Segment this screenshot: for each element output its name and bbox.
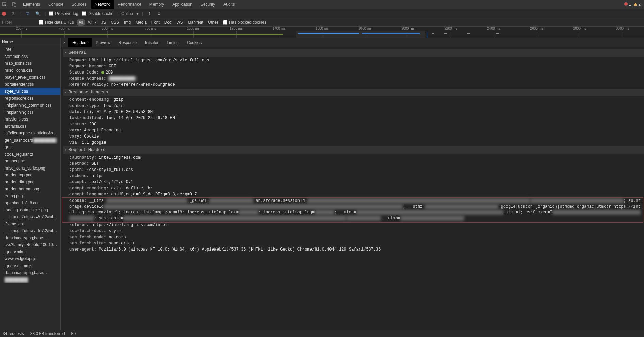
search-icon[interactable]: 🔍 [34,11,41,16]
request-row[interactable]: ga.js [0,144,60,151]
request-row[interactable]: coda_regular.ttf [0,151,60,158]
request-row[interactable]: iframe_api [0,221,60,228]
filter-input[interactable] [2,20,36,25]
response-header-row: content-type: text/css [63,103,644,109]
network-timeline[interactable]: 200 ms400 ms600 ms800 ms1000 ms1200 ms14… [0,27,644,38]
request-row[interactable]: ████████ [0,276,60,284]
request-row[interactable]: map_icons.css [0,60,60,67]
request-row[interactable]: style_full.css [0,88,60,95]
request-row[interactable]: border_bottom.png [0,186,60,193]
request-row[interactable]: loading_data_circle.png [0,207,60,214]
request-row[interactable]: gen_dashboard████████ [0,137,60,144]
request-row[interactable]: border_top.png [0,172,60,179]
main-tab-performance[interactable]: Performance [114,0,145,9]
hide-data-urls-checkbox[interactable]: Hide data URLs [39,20,74,25]
detail-tab-timing[interactable]: Timing [162,38,183,47]
request-row[interactable]: banner.png [0,158,60,165]
main-tab-audits[interactable]: Audits [219,0,239,9]
request-row[interactable]: data:image/png;base… [0,235,60,242]
response-header-row: vary: Cookie [63,133,644,140]
close-detail-icon[interactable]: × [61,38,68,47]
request-list-sidebar: Name intelcommon.cssmap_icons.cssmisc_ic… [0,38,61,330]
request-row[interactable]: missions.css [0,116,60,123]
request-row[interactable]: data:image/png;base… [0,269,60,276]
row-status-code: Status Code: 200 [63,69,644,76]
request-header-row: user-agent: Mozilla/5.0 (Windows NT 10.0… [63,246,644,253]
request-row[interactable]: border_diag.png [0,179,60,186]
timeline-tick: 1800 ms [343,27,386,31]
request-row[interactable]: artifacts.css [0,123,60,130]
filter-type-all[interactable]: All [77,19,85,26]
filter-type-ws[interactable]: WS [174,19,185,26]
detail-tab-cookies[interactable]: Cookies [183,38,206,47]
section-general[interactable]: General [63,49,644,57]
detail-tab-initiator[interactable]: Initiator [141,38,162,47]
filter-type-media[interactable]: Media [133,19,149,26]
main-tab-security[interactable]: Security [196,0,219,9]
main-tab-sources[interactable]: Sources [67,0,91,9]
request-row[interactable]: __utm.gif?utmwv=5.7.2&utms=7&… [0,213,60,221]
status-transferred: 83.0 kB transferred [30,331,65,336]
filter-type-doc[interactable]: Doc [162,19,174,26]
request-row[interactable]: portalrender.css [0,81,60,88]
request-row[interactable]: openhand_8_8.cur [0,199,60,207]
request-row[interactable]: __utm.gif?utmwv=5.7.2&utms=8&… [0,227,60,235]
request-row[interactable]: css?family=Roboto:100,100italic,30… [0,241,60,248]
main-tab-console[interactable]: Console [44,0,67,9]
preserve-log-checkbox[interactable]: Preserve log [49,11,78,16]
network-filterbar: Hide data URLs AllXHRJSCSSImgMediaFontDo… [0,18,644,27]
request-row[interactable]: rs_bg.png [0,193,60,200]
filter-type-img[interactable]: Img [122,19,133,26]
timeline-tick: 3000 ms [601,27,644,31]
filter-type-js[interactable]: JS [99,19,108,26]
device-toolbar-icon[interactable] [10,0,19,9]
main-tab-memory[interactable]: Memory [145,0,168,9]
error-badge[interactable]: 1 [624,2,631,7]
filter-icon[interactable]: ▽ [24,11,31,16]
inspect-element-icon[interactable] [0,0,10,9]
request-row[interactable]: intel [0,46,60,53]
request-row[interactable]: jquery.min.js [0,248,60,256]
clear-icon[interactable]: ⊘ [10,11,16,16]
request-row[interactable]: regionscore.css [0,95,60,102]
throttling-select[interactable]: Online ▾ [121,11,139,16]
top-right-status: 1 2 [624,2,644,7]
section-response-headers[interactable]: Response Headers [63,89,644,96]
timeline-tick: 600 ms [86,27,129,31]
request-row[interactable]: misc_icons_sprite.png [0,165,60,172]
request-row[interactable]: misc_icons.css [0,67,60,74]
download-har-icon[interactable]: ↧ [156,11,162,16]
detail-tab-headers[interactable]: Headers [68,38,92,47]
request-header-row: accept-encoding: gzip, deflate, br [63,185,644,191]
request-list-header[interactable]: Name [0,38,60,46]
request-header-row: :method: GET [63,161,644,167]
request-row[interactable]: common.css [0,53,60,60]
request-row[interactable]: www-widgetapi.js [0,255,60,262]
disable-cache-checkbox[interactable]: Disable cache [82,11,113,16]
main-tab-elements[interactable]: Elements [19,0,44,9]
filter-type-css[interactable]: CSS [109,19,121,26]
filter-type-xhr[interactable]: XHR [86,19,98,26]
request-row[interactable]: linkplanning_common.css [0,102,60,109]
warning-badge[interactable]: 2 [634,2,641,7]
main-tab-network[interactable]: Network [91,0,114,9]
row-request-method: Request Method: GET [63,63,644,69]
upload-har-icon[interactable]: ↥ [146,11,152,16]
detail-tab-response[interactable]: Response [114,38,141,47]
section-request-headers[interactable]: Request Headers [63,146,644,154]
main-tab-application[interactable]: Application [168,0,196,9]
detail-tab-preview[interactable]: Preview [92,38,114,47]
record-button[interactable] [2,12,6,16]
response-header-row: vary: Accept-Encoding [63,127,644,133]
filter-type-font[interactable]: Font [149,19,162,26]
request-row[interactable]: player_level_icons.css [0,74,60,81]
request-row[interactable]: js?client=gme-nianticinc&sensor=t… [0,130,60,137]
timeline-tick: 1200 ms [215,27,258,31]
request-row[interactable]: jquery-ui.min.js [0,262,60,270]
filter-type-other[interactable]: Other [206,19,220,26]
filter-type-manifest[interactable]: Manifest [186,19,205,26]
svg-rect-2 [14,4,16,6]
timeline-tick: 800 ms [129,27,172,31]
request-row[interactable]: linkplanning.css [0,109,60,116]
has-blocked-cookies-checkbox[interactable]: Has blocked cookies [223,20,267,25]
